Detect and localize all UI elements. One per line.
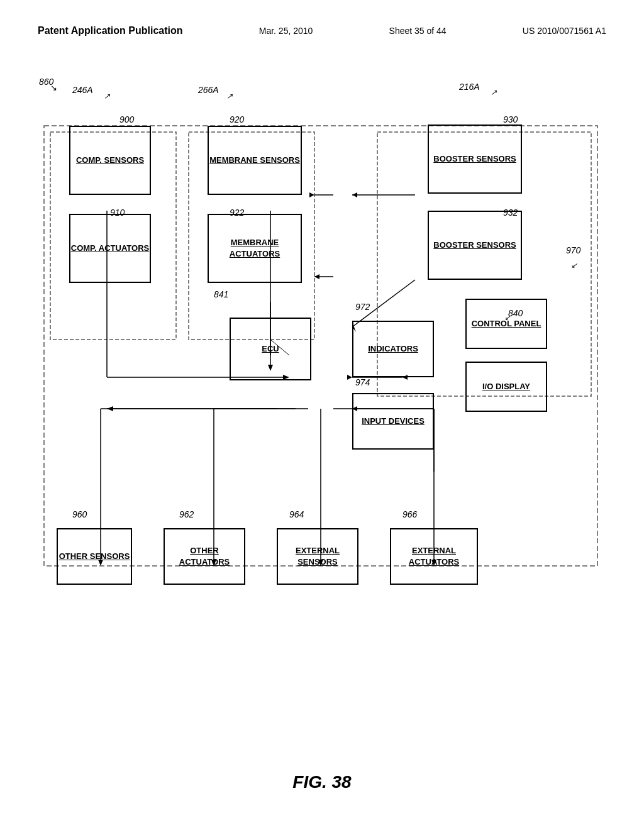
ref-266A: 266A (198, 85, 219, 95)
ref-930: 930 (503, 114, 518, 124)
io-display-box: I/O DISPLAY (465, 362, 547, 412)
ref-964: 964 (289, 509, 304, 519)
ref-974: 974 (355, 377, 370, 387)
other-actuators-box: OTHER ACTUATORS (164, 528, 245, 585)
header-sheet: Sheet 35 of 44 (389, 26, 447, 36)
membrane-sensors-box: MEMBRANE SENSORS (208, 126, 302, 195)
ref-970: 970 (566, 245, 580, 255)
external-actuators-box: EXTERNAL ACTUATORS (390, 528, 478, 585)
ref-216A: 216A (459, 82, 480, 92)
external-sensors-box: EXTERNAL SENSORS (277, 528, 358, 585)
ref-246A: 246A (72, 85, 93, 95)
ecu-box: ECU (230, 318, 311, 380)
ref-841: 841 (214, 289, 228, 299)
control-panel-box: CONTROL PANEL (465, 299, 547, 349)
header-date: Mar. 25, 2010 (259, 26, 313, 36)
svg-marker-12 (314, 274, 319, 279)
publication-title: Patent Application Publication (38, 25, 183, 36)
ref-960: 960 (72, 509, 87, 519)
other-sensors-box: OTHER SENSORS (57, 528, 132, 585)
svg-marker-17 (347, 375, 352, 380)
svg-marker-8 (107, 406, 113, 411)
booster-sensors-top-box: BOOSTER SENSORS (428, 124, 522, 194)
ref-900: 900 (119, 114, 134, 124)
ref-966: 966 (402, 509, 417, 519)
header-patent: US 2010/0071561 A1 (523, 26, 606, 36)
patent-page: Patent Application Publication Mar. 25, … (0, 0, 644, 830)
diagram-area: 860 ↘ 246A ↗ 266A ↗ 216A ↗ 900 920 930 9… (38, 75, 606, 704)
membrane-actuators-box: MEMBRANE ACTUATORS (208, 214, 302, 283)
header: Patent Application Publication Mar. 25, … (38, 25, 606, 36)
comp-sensors-box: COMP. SENSORS (69, 126, 151, 195)
svg-marker-10 (309, 192, 314, 197)
ref-972: 972 (355, 302, 370, 312)
svg-marker-20 (352, 192, 357, 197)
comp-actuators-box: COMP. ACTUATORS (69, 214, 151, 283)
indicators-box: INDICATORS (352, 321, 434, 377)
ref-920: 920 (230, 114, 244, 124)
input-devices-box: INPUT DEVICES (352, 393, 434, 450)
booster-sensors-bot-box: BOOSTER SENSORS (428, 211, 522, 280)
ref-962: 962 (179, 509, 194, 519)
figure-caption: FIG. 38 (292, 772, 351, 792)
